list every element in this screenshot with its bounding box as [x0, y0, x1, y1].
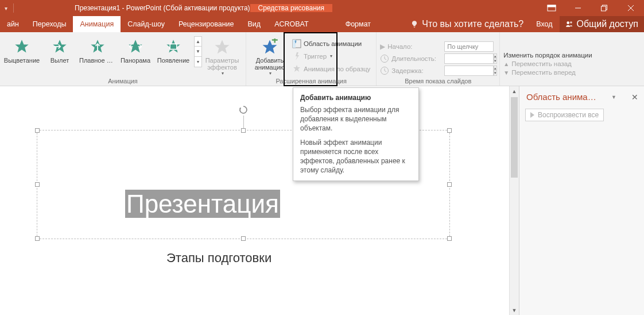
- tab-transitions[interactable]: Переходы: [26, 16, 73, 32]
- animation-painter-button: Анимация по образцу: [290, 64, 373, 74]
- clock-icon: [380, 54, 389, 63]
- move-earlier-button: ▲Переместить назад: [503, 60, 641, 67]
- resize-handle[interactable]: [447, 128, 452, 133]
- scroll-up-icon[interactable]: ▲: [510, 86, 519, 96]
- contextual-tab-drawing: Средства рисования: [250, 4, 332, 12]
- gallery-scroll-up[interactable]: ▲: [194, 36, 202, 47]
- effect-options-button: Параметры эффектов ▾: [202, 36, 242, 76]
- effect-split[interactable]: Панорама: [117, 36, 154, 66]
- animation-gallery[interactable]: Выцветание Вылет Плавное п… Панорама: [3, 36, 192, 66]
- effect-fade[interactable]: Выцветание: [3, 36, 40, 66]
- share-button[interactable]: Общий доступ: [560, 16, 645, 32]
- resize-handle[interactable]: [447, 182, 452, 187]
- play-icon: [530, 112, 534, 118]
- chevron-down-icon: ▼: [503, 70, 509, 76]
- restore-button[interactable]: [591, 0, 618, 16]
- group-label-animation: Анимация: [3, 76, 242, 86]
- resize-handle[interactable]: [241, 128, 246, 133]
- tooltip-title: Добавить анимацию: [300, 94, 412, 102]
- scroll-down-icon[interactable]: ▼: [510, 305, 519, 315]
- tab-animation[interactable]: Анимация: [73, 16, 121, 32]
- resize-handle[interactable]: [35, 128, 40, 133]
- animation-pane-button[interactable]: Область анимации: [290, 39, 373, 49]
- svg-rect-4: [602, 6, 606, 11]
- trigger-button: Триггер ▾: [290, 51, 373, 62]
- tab-design[interactable]: айн: [0, 16, 26, 32]
- delay-input[interactable]: [444, 66, 494, 76]
- slide-subtitle-text[interactable]: Этапы подготовки: [166, 251, 271, 266]
- tab-acrobat[interactable]: ACROBAT: [267, 16, 316, 32]
- minimize-button[interactable]: [565, 0, 591, 16]
- close-pane-icon[interactable]: ✕: [631, 93, 638, 102]
- move-later-button: ▼Переместить вперед: [503, 69, 641, 76]
- animation-pane: Область анима… ▼ ✕ Воспроизвести все: [519, 86, 644, 315]
- slide-title-text[interactable]: Презентация: [125, 190, 280, 218]
- tooltip: Добавить анимацию Выбор эффекта анимации…: [293, 87, 419, 181]
- clock-icon: [380, 66, 389, 75]
- gallery-scroll-down[interactable]: ▼: [194, 47, 202, 57]
- tooltip-body-2: Новый эффект анимации применяется после …: [300, 138, 412, 175]
- svg-point-8: [570, 21, 572, 24]
- start-label: Начало:: [387, 43, 412, 50]
- add-animation-button[interactable]: Добавить анимацию ▾: [250, 36, 290, 76]
- chevron-down-icon: ▾: [330, 53, 332, 59]
- group-label-timing: Время показа слайдов: [380, 76, 496, 86]
- chevron-down-icon: ▾: [222, 71, 224, 76]
- rotate-handle-icon[interactable]: [238, 105, 249, 116]
- tab-format[interactable]: Формат: [339, 16, 378, 32]
- effect-fly-in[interactable]: Вылет: [41, 36, 78, 66]
- gallery-expand[interactable]: ▾: [194, 57, 202, 67]
- play-icon: ▶: [380, 43, 385, 51]
- signin-link[interactable]: Вход: [529, 16, 559, 32]
- resize-handle[interactable]: [447, 236, 452, 241]
- play-all-label: Воспроизвести все: [538, 111, 599, 119]
- ribbon-display-options-icon[interactable]: [538, 0, 565, 16]
- reorder-title: Изменить порядок анимации: [503, 52, 641, 59]
- effect-appear[interactable]: Появление: [155, 36, 192, 66]
- resize-handle[interactable]: [35, 236, 40, 241]
- delay-label: Задержка:: [391, 67, 423, 74]
- tab-slideshow[interactable]: Слайд-шоу: [121, 16, 172, 32]
- chevron-down-icon[interactable]: ▼: [611, 94, 616, 100]
- svg-marker-22: [296, 52, 299, 60]
- start-select[interactable]: [444, 41, 494, 52]
- tab-review[interactable]: Рецензирование: [172, 16, 241, 32]
- tell-me-search[interactable]: Что вы хотите сделать?: [405, 19, 529, 29]
- play-all-button: Воспроизвести все: [525, 109, 604, 121]
- add-animation-label: Добавить анимацию: [250, 57, 290, 71]
- share-label: Общий доступ: [577, 19, 639, 29]
- svg-point-7: [567, 21, 569, 24]
- svg-marker-13: [166, 40, 180, 52]
- chevron-down-icon: ▾: [269, 71, 271, 76]
- tab-view[interactable]: Вид: [241, 16, 268, 32]
- slide-canvas[interactable]: Презентация Этапы подготовки: [0, 86, 509, 315]
- svg-marker-15: [215, 40, 230, 53]
- document-title: Презентация1 - PowerPoint (Сбой активаци…: [75, 4, 250, 12]
- duration-input[interactable]: [444, 53, 494, 64]
- effect-float-in[interactable]: Плавное п…: [79, 36, 116, 66]
- ribbon-tabs: айн Переходы Анимация Слайд-шоу Рецензир…: [0, 16, 644, 32]
- scrollbar-thumb[interactable]: [511, 97, 518, 178]
- svg-rect-1: [548, 5, 556, 7]
- title-bar: ▾ Презентация1 - PowerPoint (Сбой актива…: [0, 0, 644, 16]
- svg-marker-9: [15, 40, 28, 52]
- ribbon: Выцветание Вылет Плавное п… Панорама: [0, 32, 644, 86]
- group-label-advanced: Расширенная анимация: [250, 76, 373, 86]
- resize-handle[interactable]: [241, 236, 246, 241]
- tell-me-placeholder: Что вы хотите сделать?: [422, 19, 523, 29]
- close-button[interactable]: [618, 0, 644, 16]
- svg-marker-23: [293, 65, 300, 72]
- svg-rect-18: [274, 39, 276, 43]
- resize-handle[interactable]: [35, 182, 40, 187]
- gallery-scroll[interactable]: ▲ ▼ ▾: [194, 36, 202, 67]
- tooltip-body-1: Выбор эффекта анимации для добавления к …: [300, 105, 412, 133]
- vertical-scrollbar[interactable]: ▲ ▼: [509, 86, 519, 315]
- delay-spinner[interactable]: ▴▾: [494, 66, 497, 76]
- qat-caret-icon[interactable]: ▾: [5, 5, 7, 11]
- effect-options-label: Параметры эффектов: [202, 57, 242, 71]
- chevron-up-icon: ▲: [503, 61, 509, 67]
- duration-label: Длительность:: [391, 55, 436, 62]
- animation-pane-title: Область анима…: [526, 92, 596, 102]
- duration-spinner[interactable]: ▴▾: [494, 53, 497, 64]
